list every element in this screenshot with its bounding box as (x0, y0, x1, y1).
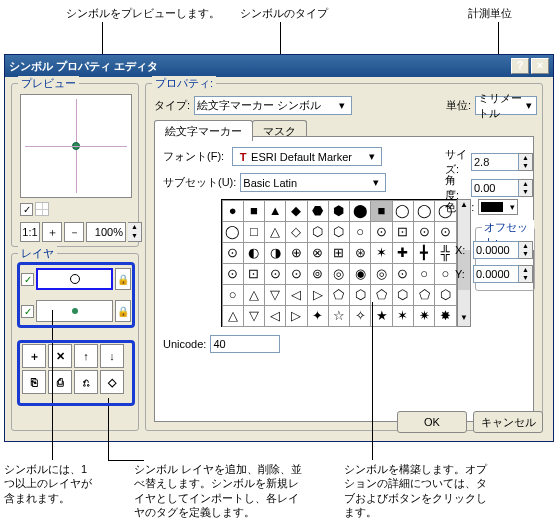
glyph-cell[interactable]: ○ (349, 221, 371, 243)
zoom-value[interactable]: 100% (86, 222, 126, 242)
glyph-cell[interactable]: ⊙ (413, 221, 435, 243)
glyph-cell[interactable]: ★ (370, 305, 392, 327)
offset-x-input[interactable]: ▲▼ (473, 241, 533, 259)
scroll-down-icon[interactable]: ▼ (460, 313, 468, 326)
glyph-cell[interactable]: ╋ (413, 242, 435, 264)
angle-spinner[interactable]: ▲▼ (519, 179, 533, 197)
offset-y-field[interactable] (473, 265, 519, 283)
offset-x-spinner[interactable]: ▲▼ (519, 241, 533, 259)
glyph-cell[interactable]: ✚ (392, 242, 414, 264)
tab-character-marker[interactable]: 絵文字マーカー (154, 120, 253, 141)
glyph-cell[interactable]: △ (222, 305, 244, 327)
size-field[interactable] (471, 153, 519, 171)
glyph-cell[interactable]: ◑ (264, 242, 286, 264)
glyph-cell[interactable]: ⬠ (328, 284, 350, 306)
glyph-cell[interactable]: ⊙ (222, 242, 244, 264)
glyph-cell[interactable]: ⊡ (392, 221, 414, 243)
layer-swatch-2[interactable] (36, 300, 113, 322)
angle-input[interactable]: ▲▼ (471, 179, 533, 197)
layer-copy-button[interactable]: ⎘ (22, 370, 46, 394)
glyph-cell[interactable]: ◆ (285, 200, 307, 222)
size-input[interactable]: ▲▼ (471, 153, 533, 171)
glyph-cell[interactable]: ✧ (349, 305, 371, 327)
glyph-cell[interactable]: ◐ (243, 242, 265, 264)
scroll-up-icon[interactable]: ▲ (460, 200, 468, 213)
glyph-cell[interactable]: ◯ (413, 200, 435, 222)
glyph-cell[interactable]: ⬠ (413, 284, 435, 306)
glyph-cell[interactable]: ✷ (413, 305, 435, 327)
glyph-cell[interactable]: ⬢ (328, 200, 350, 222)
layer-import-button[interactable]: ⎌ (74, 370, 98, 394)
glyph-cell[interactable]: ◇ (285, 221, 307, 243)
offset-x-field[interactable] (473, 241, 519, 259)
glyph-cell[interactable]: ╬ (434, 242, 456, 264)
glyph-cell[interactable]: ◯ (392, 200, 414, 222)
glyph-cell[interactable]: ⊙ (222, 263, 244, 285)
glyph-cell[interactable]: ⬡ (392, 284, 414, 306)
glyph-cell[interactable]: ⬡ (328, 221, 350, 243)
glyph-cell[interactable]: ⊗ (307, 242, 329, 264)
type-select[interactable]: 絵文字マーカー シンボル ▾ (194, 96, 352, 115)
glyph-cell[interactable]: ◯ (434, 200, 456, 222)
glyph-cell[interactable]: ⬣ (307, 200, 329, 222)
glyph-cell[interactable]: ☆ (328, 305, 350, 327)
glyph-cell[interactable]: ■ (243, 200, 265, 222)
zoom-actual-button[interactable]: 1:1 (20, 222, 40, 242)
layer-swatch-1[interactable] (36, 268, 113, 290)
glyph-cell[interactable]: ✦ (307, 305, 329, 327)
glyph-cell[interactable]: ◉ (349, 263, 371, 285)
offset-y-input[interactable]: ▲▼ (473, 265, 533, 283)
glyph-cell[interactable]: ⊙ (285, 263, 307, 285)
glyph-cell[interactable]: △ (243, 284, 265, 306)
glyph-cell[interactable]: ▷ (285, 305, 307, 327)
font-select[interactable]: T ESRI Default Marker ▾ (232, 147, 382, 166)
zoom-in-button[interactable]: ＋ (42, 222, 62, 242)
glyph-cell[interactable]: ⊚ (307, 263, 329, 285)
units-select[interactable]: ミリメートル ▾ (475, 96, 537, 115)
glyph-cell[interactable]: ⊙ (370, 221, 392, 243)
layer-lock-1[interactable]: 🔒 (115, 268, 131, 290)
glyph-cell[interactable]: ✶ (392, 305, 414, 327)
glyph-cell[interactable]: ⊞ (328, 242, 350, 264)
glyph-cell[interactable]: ◁ (264, 305, 286, 327)
glyph-cell[interactable]: ⊙ (392, 263, 414, 285)
glyph-cell[interactable]: ◎ (370, 263, 392, 285)
glyph-cell[interactable]: ⊡ (243, 263, 265, 285)
glyph-cell[interactable]: ◎ (328, 263, 350, 285)
color-button[interactable]: ▾ (478, 199, 518, 215)
glyph-cell[interactable]: ○ (413, 263, 435, 285)
ok-button[interactable]: OK (397, 411, 467, 433)
layer-add-button[interactable]: ＋ (22, 344, 46, 368)
glyph-cell[interactable]: ⊙ (434, 221, 456, 243)
angle-field[interactable] (471, 179, 519, 197)
glyph-grid[interactable]: ●■▲◆⬣⬢⬤■◯◯◯◯□△◇⬡⬡○⊙⊡⊙⊙⊙◐◑⊕⊗⊞⊛✶✚╋╬⊙⊡⊙⊙⊚◎◉… (221, 199, 457, 327)
layer-down-button[interactable]: ↓ (100, 344, 124, 368)
layer-lock-2[interactable]: 🔒 (115, 300, 131, 322)
close-button[interactable]: × (531, 58, 549, 74)
glyph-cell[interactable]: ⊛ (349, 242, 371, 264)
glyph-cell[interactable]: ◁ (285, 284, 307, 306)
size-spinner[interactable]: ▲▼ (519, 153, 533, 171)
layer-row-1[interactable]: ✓ 🔒 (21, 266, 131, 292)
layer-row-2[interactable]: ✓ 🔒 (21, 298, 131, 324)
glyph-cell[interactable]: ⊙ (264, 263, 286, 285)
glyph-cell[interactable]: ⬡ (349, 284, 371, 306)
glyph-cell[interactable]: ⬡ (434, 284, 456, 306)
glyph-cell[interactable]: ○ (222, 284, 244, 306)
zoom-spinner[interactable]: ▲▼ (128, 222, 142, 242)
glyph-cell[interactable]: ⬤ (349, 200, 371, 222)
glyph-cell[interactable]: ✸ (434, 305, 456, 327)
glyph-cell[interactable]: ▽ (243, 305, 265, 327)
preview-grid-checkbox[interactable]: ✓ (20, 203, 33, 216)
glyph-cell[interactable]: △ (264, 221, 286, 243)
glyph-cell[interactable]: ⬠ (370, 284, 392, 306)
glyph-cell[interactable]: ● (222, 200, 244, 222)
glyph-cell[interactable]: ■ (370, 200, 392, 222)
glyph-cell[interactable]: ○ (434, 263, 456, 285)
glyph-cell[interactable]: ▽ (264, 284, 286, 306)
layer-up-button[interactable]: ↑ (74, 344, 98, 368)
zoom-out-button[interactable]: － (64, 222, 84, 242)
glyph-cell[interactable]: ⊕ (285, 242, 307, 264)
glyph-cell[interactable]: ▷ (307, 284, 329, 306)
offset-y-spinner[interactable]: ▲▼ (519, 265, 533, 283)
